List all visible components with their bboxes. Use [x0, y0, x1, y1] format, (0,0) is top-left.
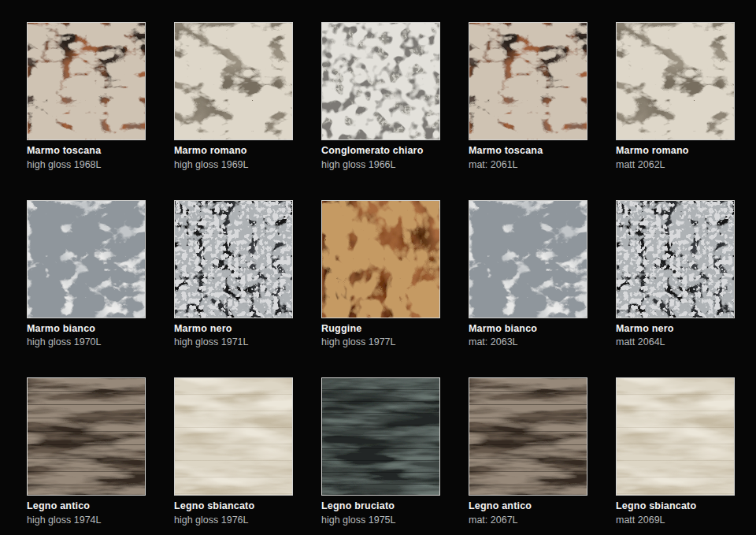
material-finish-code: matt 2064L — [616, 337, 735, 348]
texture-image — [175, 23, 292, 139]
material-finish-code: mat: 2063L — [469, 337, 587, 348]
swatch-caption: Legno sbiancato matt 2069L — [616, 501, 735, 526]
material-finish-code: high gloss 1969L — [174, 160, 293, 171]
swatch-caption: Legno antico high gloss 1974L — [27, 501, 146, 526]
material-finish-code: mat: 2067L — [469, 515, 587, 526]
material-name: Ruggine — [321, 324, 440, 335]
swatch-caption: Marmo nero matt 2064L — [616, 324, 735, 349]
swatch-card: Marmo bianco mat: 2063L — [469, 200, 587, 349]
swatch-caption: Ruggine high gloss 1977L — [321, 324, 440, 349]
material-swatch[interactable] — [174, 22, 293, 140]
material-finish-code: high gloss 1974L — [27, 515, 146, 526]
swatch-card: Legno sbiancato matt 2069L — [616, 377, 735, 526]
texture-image — [617, 201, 734, 318]
texture-image — [175, 201, 292, 318]
material-swatch[interactable] — [321, 22, 440, 140]
swatch-card: Legno bruciato high gloss 1975L — [321, 377, 440, 526]
swatch-caption: Marmo toscana high gloss 1968L — [27, 146, 146, 171]
material-swatch[interactable] — [321, 377, 440, 496]
swatch-caption: Legno bruciato high gloss 1975L — [321, 501, 440, 526]
material-name: Legno antico — [27, 501, 146, 512]
material-swatch[interactable] — [174, 377, 293, 496]
material-name: Marmo bianco — [469, 324, 587, 335]
swatch-card: Legno sbiancato high gloss 1976L — [174, 377, 293, 526]
material-finish-code: high gloss 1970L — [27, 337, 146, 348]
swatch-card: Marmo romano high gloss 1969L — [174, 22, 293, 171]
plank-lines-overlay — [469, 378, 587, 495]
material-finish-code: matt 2069L — [616, 515, 735, 526]
swatch-card: Marmo nero matt 2064L — [616, 200, 735, 349]
swatch-card: Marmo toscana high gloss 1968L — [27, 22, 146, 171]
swatch-caption: Marmo toscana mat: 2061L — [469, 146, 587, 171]
material-swatch[interactable] — [27, 377, 146, 496]
material-finish-code: mat: 2061L — [469, 160, 587, 171]
material-name: Marmo nero — [616, 324, 735, 335]
plank-lines-overlay — [28, 378, 145, 495]
material-finish-code: high gloss 1966L — [321, 160, 440, 171]
material-swatch[interactable] — [469, 200, 587, 318]
swatch-caption: Legno sbiancato high gloss 1976L — [174, 501, 293, 526]
texture-image — [617, 23, 734, 139]
material-finish-code: high gloss 1976L — [174, 515, 293, 526]
material-swatch[interactable] — [321, 200, 440, 318]
material-swatch[interactable] — [27, 200, 146, 318]
material-name: Legno bruciato — [321, 501, 440, 512]
material-swatch[interactable] — [616, 377, 735, 496]
material-finish-code: high gloss 1971L — [174, 337, 293, 348]
swatch-card: Marmo bianco high gloss 1970L — [27, 200, 146, 349]
swatch-caption: Marmo bianco high gloss 1970L — [27, 324, 146, 349]
material-name: Marmo romano — [616, 146, 735, 157]
texture-image — [469, 201, 587, 318]
swatch-card: Legno antico mat: 2067L — [469, 377, 587, 526]
texture-image — [469, 23, 587, 139]
plank-lines-overlay — [322, 378, 439, 495]
material-name: Marmo toscana — [469, 146, 587, 157]
material-swatch[interactable] — [174, 200, 293, 318]
texture-image — [322, 201, 439, 318]
material-finish-code: matt 2062L — [616, 160, 735, 171]
material-swatch[interactable] — [616, 200, 735, 318]
swatch-card: Conglomerato chiaro high gloss 1966L — [321, 22, 440, 171]
swatch-caption: Marmo nero high gloss 1971L — [174, 324, 293, 349]
texture-image — [322, 23, 439, 139]
material-name: Marmo toscana — [27, 146, 146, 157]
plank-lines-overlay — [617, 378, 734, 495]
material-swatch[interactable] — [469, 377, 587, 496]
swatch-card: Marmo nero high gloss 1971L — [174, 200, 293, 349]
swatch-card: Marmo romano matt 2062L — [616, 22, 735, 171]
swatch-card: Ruggine high gloss 1977L — [321, 200, 440, 349]
material-finish-code: high gloss 1977L — [321, 337, 440, 348]
swatch-card: Marmo toscana mat: 2061L — [469, 22, 587, 171]
material-name: Legno sbiancato — [616, 501, 735, 512]
swatch-caption: Conglomerato chiaro high gloss 1966L — [321, 146, 440, 171]
swatch-caption: Marmo romano high gloss 1969L — [174, 146, 293, 171]
texture-image — [28, 23, 145, 139]
material-name: Legno antico — [469, 501, 587, 512]
material-finish-code: high gloss 1975L — [321, 515, 440, 526]
swatch-card: Legno antico high gloss 1974L — [27, 377, 146, 526]
material-swatch[interactable] — [27, 22, 146, 140]
material-name: Legno sbiancato — [174, 501, 293, 512]
swatch-caption: Legno antico mat: 2067L — [469, 501, 587, 526]
swatch-caption: Marmo bianco mat: 2063L — [469, 324, 587, 349]
material-name: Marmo bianco — [27, 324, 146, 335]
swatch-grid: Marmo toscana high gloss 1968L Marmo rom… — [0, 0, 756, 526]
material-name: Marmo nero — [174, 324, 293, 335]
material-finish-code: high gloss 1968L — [27, 160, 146, 171]
material-swatch[interactable] — [469, 22, 587, 140]
material-swatch[interactable] — [616, 22, 735, 140]
material-name: Marmo romano — [174, 146, 293, 157]
plank-lines-overlay — [175, 378, 292, 495]
swatch-caption: Marmo romano matt 2062L — [616, 146, 735, 171]
material-name: Conglomerato chiaro — [321, 146, 440, 157]
texture-image — [28, 201, 145, 318]
